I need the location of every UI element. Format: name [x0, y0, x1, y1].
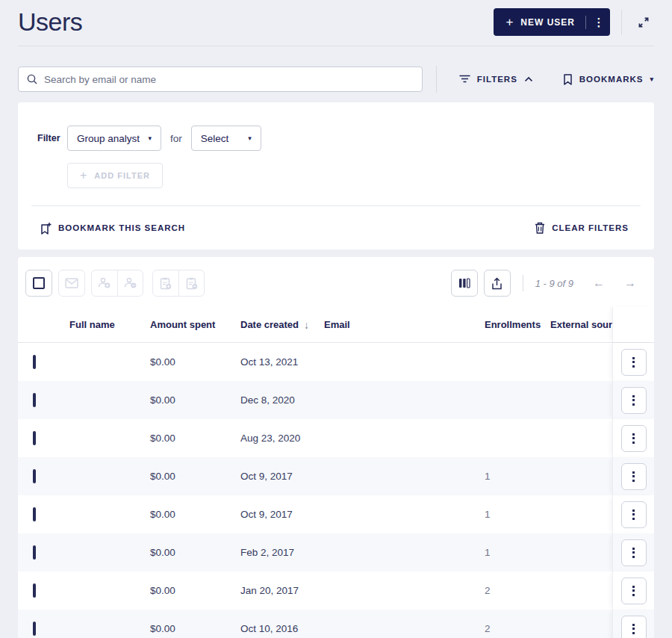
- row-actions-button[interactable]: [621, 616, 647, 638]
- search-box: [18, 66, 423, 92]
- date-created-cell: Feb 2, 2017: [240, 547, 324, 558]
- previous-page-button[interactable]: ←: [593, 276, 605, 290]
- toolbar-divider: [436, 66, 437, 93]
- enrollments-cell: 1: [485, 547, 550, 558]
- filter-field-select[interactable]: Group analyst ▾: [67, 126, 161, 151]
- enrollment-buttons: [152, 270, 205, 297]
- column-header-email[interactable]: Email: [324, 319, 485, 330]
- search-input[interactable]: [44, 74, 414, 85]
- add-filter-button[interactable]: + ADD FILTER: [67, 163, 163, 188]
- row-checkbox[interactable]: [33, 431, 36, 445]
- table-body: $0.00 Oct 13, 2021 $0.00 Dec 8, 2020: [18, 343, 654, 638]
- column-header-amount-spent[interactable]: Amount spent: [150, 319, 240, 330]
- clipboard-remove-icon: [186, 277, 198, 290]
- bookmark-add-icon: [40, 222, 52, 235]
- email-users-button[interactable]: [58, 270, 85, 297]
- enroll-button[interactable]: [153, 270, 178, 296]
- pagination-status: 1 - 9 of 9: [535, 278, 573, 289]
- enrollments-cell: 1: [485, 509, 550, 520]
- chevron-up-icon: [524, 76, 533, 82]
- row-checkbox[interactable]: [33, 583, 36, 598]
- new-user-button[interactable]: + NEW USER ⋮: [494, 8, 610, 36]
- columns-button[interactable]: [451, 270, 478, 297]
- date-created-label: Date created: [240, 319, 299, 330]
- expand-button[interactable]: [633, 12, 654, 33]
- amount-spent-cell: $0.00: [150, 356, 240, 368]
- group-membership-buttons: [91, 270, 143, 297]
- row-checkbox[interactable]: [33, 469, 36, 483]
- row-actions-button[interactable]: [621, 577, 647, 604]
- for-label: for: [170, 133, 182, 144]
- caret-down-icon: ▾: [650, 76, 654, 83]
- amount-spent-cell: $0.00: [150, 433, 240, 444]
- row-checkbox[interactable]: [33, 355, 36, 369]
- export-button[interactable]: [484, 270, 511, 297]
- row-actions-button[interactable]: [621, 501, 647, 528]
- caret-down-icon: ▾: [248, 135, 252, 142]
- column-header-enrollments[interactable]: Enrollments: [485, 319, 550, 330]
- row-actions-button[interactable]: [621, 387, 647, 414]
- user-add-icon: [98, 277, 111, 289]
- envelope-icon: [65, 278, 78, 288]
- clipboard-add-icon: [160, 277, 172, 290]
- column-header-full-name[interactable]: Full name: [69, 319, 150, 330]
- row-checkbox[interactable]: [33, 622, 36, 636]
- row-actions-button[interactable]: [621, 463, 647, 490]
- filters-label: FILTERS: [477, 75, 517, 84]
- table-toolbar: 1 - 9 of 9 ← →: [18, 257, 654, 307]
- row-checkbox[interactable]: [33, 545, 36, 560]
- enrollments-cell: 2: [485, 623, 550, 634]
- amount-spent-cell: $0.00: [150, 394, 240, 406]
- table-row: $0.00 Oct 9, 2017 1: [18, 495, 654, 533]
- filter-value-select[interactable]: Select ▾: [191, 126, 261, 151]
- bookmarks-button[interactable]: BOOKMARKS ▾: [563, 74, 654, 85]
- select-all-checkbox[interactable]: [33, 277, 45, 289]
- button-divider: [585, 16, 586, 29]
- bookmarks-label: BOOKMARKS: [579, 75, 644, 84]
- pagination-divider: [523, 275, 523, 291]
- trash-icon: [535, 222, 545, 234]
- table-row: $0.00 Dec 8, 2020: [18, 381, 654, 419]
- search-row: FILTERS BOOKMARKS ▾: [18, 66, 654, 93]
- enrollments-cell: 1: [485, 471, 550, 482]
- row-checkbox[interactable]: [33, 393, 36, 407]
- add-filter-label: ADD FILTER: [94, 171, 150, 180]
- add-to-group-button[interactable]: [92, 270, 117, 296]
- filters-button[interactable]: FILTERS: [459, 75, 533, 84]
- row-actions-button[interactable]: [621, 349, 647, 376]
- remove-from-group-button[interactable]: [117, 270, 143, 296]
- row-actions-button[interactable]: [621, 539, 647, 566]
- amount-spent-cell: $0.00: [150, 471, 240, 482]
- header-divider: [621, 10, 622, 35]
- bookmark-search-button[interactable]: BOOKMARK THIS SEARCH: [40, 222, 185, 235]
- amount-spent-cell: $0.00: [150, 623, 240, 634]
- select-all-button[interactable]: [25, 270, 52, 297]
- columns-icon: [458, 278, 470, 288]
- filter-label: Filter: [37, 133, 67, 143]
- sort-descending-icon: ↓: [304, 319, 309, 331]
- next-page-button[interactable]: →: [624, 276, 636, 290]
- clear-filters-label: CLEAR FILTERS: [552, 223, 629, 232]
- expand-icon: [636, 15, 651, 30]
- date-created-cell: Oct 9, 2017: [240, 509, 324, 520]
- new-user-label: NEW USER: [520, 17, 575, 28]
- filter-value-placeholder: Select: [201, 133, 229, 144]
- row-actions-button[interactable]: [621, 425, 647, 452]
- bookmark-search-label: BOOKMARK THIS SEARCH: [58, 223, 185, 232]
- row-checkbox[interactable]: [33, 507, 36, 521]
- actions-column-header: [612, 307, 654, 342]
- unenroll-button[interactable]: [178, 270, 204, 296]
- page-header: Users + NEW USER ⋮: [18, 0, 654, 46]
- panel-footer: BOOKMARK THIS SEARCH CLEAR FILTERS: [18, 206, 654, 250]
- date-created-cell: Aug 23, 2020: [240, 433, 324, 444]
- header-actions: + NEW USER ⋮: [494, 8, 654, 36]
- plus-icon: +: [80, 169, 87, 182]
- new-user-menu-button[interactable]: ⋮: [589, 16, 609, 29]
- table-header-row: Full name Amount spent Date created ↓ Em…: [18, 307, 654, 343]
- amount-spent-cell: $0.00: [150, 547, 240, 558]
- clear-filters-button[interactable]: CLEAR FILTERS: [535, 222, 629, 234]
- column-header-date-created[interactable]: Date created ↓: [240, 319, 324, 331]
- caret-down-icon: ▾: [148, 135, 152, 142]
- amount-spent-cell: $0.00: [150, 585, 240, 596]
- filter-panel: Filter Group analyst ▾ for Select ▾ + AD…: [18, 102, 654, 250]
